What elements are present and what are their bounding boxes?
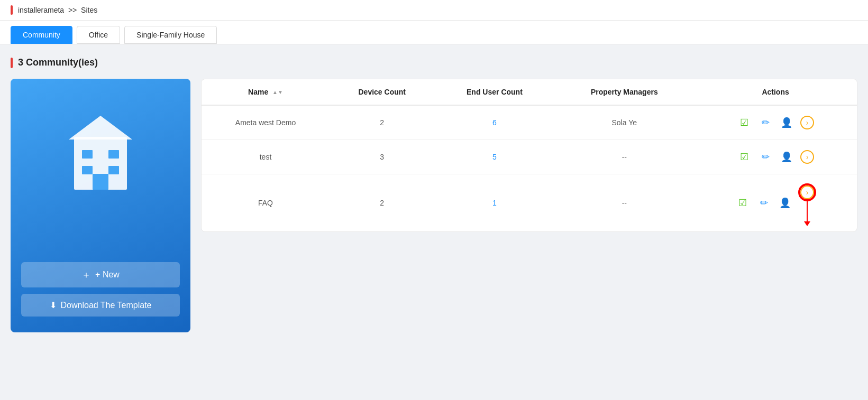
section-accent: [11, 58, 13, 68]
tab-office[interactable]: Office: [77, 26, 120, 44]
row2-end-user-count: 5: [434, 140, 554, 174]
table-row: FAQ 2 1 -- ☑ ✏ 👤: [202, 174, 857, 232]
svg-rect-2: [82, 150, 93, 159]
breadcrumb-current: Sites: [81, 6, 97, 14]
edit-icon-row3[interactable]: ✏: [756, 196, 771, 210]
row3-device-count: 2: [330, 174, 434, 232]
highlighted-arrow-wrapper: ›: [799, 184, 816, 222]
row2-actions: ☑ ✏ 👤 ›: [694, 140, 857, 174]
download-button-label: Download The Template: [61, 301, 152, 310]
user-icon-row2[interactable]: 👤: [779, 150, 794, 164]
edit-icon-row2[interactable]: ✏: [758, 150, 773, 164]
row1-device-count: 2: [330, 105, 434, 140]
new-button[interactable]: ＋ + New: [21, 262, 180, 287]
action-icons-row1: ☑ ✏ 👤 ›: [700, 115, 851, 130]
sort-icon[interactable]: ▲▼: [272, 90, 283, 95]
col-name: Name ▲▼: [202, 79, 330, 105]
svg-rect-3: [108, 150, 119, 159]
col-actions: Actions: [694, 79, 857, 105]
communities-table: Name ▲▼ Device Count End User Count Prop…: [202, 79, 857, 231]
svg-marker-1: [69, 116, 132, 139]
row3-actions: ☑ ✏ 👤 ›: [694, 174, 857, 232]
check-icon-row1[interactable]: ☑: [737, 115, 752, 130]
row1-name: Ameta west Demo: [202, 105, 330, 140]
svg-rect-5: [108, 166, 119, 174]
svg-rect-4: [82, 166, 93, 174]
content-row: ＋ + New ⬇ Download The Template Name ▲▼: [11, 79, 857, 332]
row2-property-managers: --: [554, 140, 694, 174]
right-panel: Name ▲▼ Device Count End User Count Prop…: [201, 79, 857, 232]
row3-end-user-count: 1: [434, 174, 554, 232]
download-template-button[interactable]: ⬇ Download The Template: [21, 294, 180, 317]
tab-single-family-house[interactable]: Single-Family House: [124, 26, 217, 44]
main-content: 3 Community(ies): [0, 44, 868, 345]
action-icons-row2: ☑ ✏ 👤 ›: [700, 150, 851, 164]
red-box-annotation: ›: [799, 184, 816, 201]
download-icon: ⬇: [50, 300, 57, 310]
arrow-circle-icon-row3-highlighted[interactable]: ›: [800, 185, 814, 199]
check-icon-row2[interactable]: ☑: [737, 150, 752, 164]
col-property-managers: Property Managers: [554, 79, 694, 105]
row1-end-user-count: 6: [434, 105, 554, 140]
table-row: Ameta west Demo 2 6 Sola Ye ☑ ✏ 👤 ›: [202, 105, 857, 140]
table-row: test 3 5 -- ☑ ✏ 👤 ›: [202, 140, 857, 174]
row2-name: test: [202, 140, 330, 174]
row1-property-managers: Sola Ye: [554, 105, 694, 140]
tabs-bar: Community Office Single-Family House: [0, 21, 868, 44]
check-icon-row3[interactable]: ☑: [735, 196, 750, 210]
edit-icon-row1[interactable]: ✏: [758, 115, 773, 130]
user-icon-row1[interactable]: 👤: [779, 115, 794, 130]
user-icon-row3[interactable]: 👤: [778, 196, 792, 210]
building-icon: [53, 110, 148, 197]
section-title: 3 Community(ies): [18, 57, 98, 68]
arrow-circle-icon-row2[interactable]: ›: [800, 150, 814, 164]
row1-actions: ☑ ✏ 👤 ›: [694, 105, 857, 140]
red-annotation-arrow: [807, 201, 808, 222]
breadcrumb-bar: installerameta >> Sites: [0, 0, 868, 21]
section-title-row: 3 Community(ies): [11, 57, 857, 68]
breadcrumb-separator: >>: [68, 6, 77, 14]
action-icons-row3: ☑ ✏ 👤 ›: [700, 184, 851, 222]
col-end-user-count: End User Count: [434, 79, 554, 105]
arrow-circle-icon-row1[interactable]: ›: [800, 116, 814, 129]
row3-name: FAQ: [202, 174, 330, 232]
new-button-label: + New: [95, 270, 120, 280]
breadcrumb-installer: installerameta: [18, 6, 64, 14]
row2-device-count: 3: [330, 140, 434, 174]
breadcrumb-text: installerameta >> Sites: [18, 6, 97, 14]
left-panel: ＋ + New ⬇ Download The Template: [11, 79, 190, 332]
breadcrumb-accent: [11, 5, 13, 15]
col-device-count: Device Count: [330, 79, 434, 105]
tab-community[interactable]: Community: [11, 26, 72, 44]
row3-property-managers: --: [554, 174, 694, 232]
table-header-row: Name ▲▼ Device Count End User Count Prop…: [202, 79, 857, 105]
plus-icon: ＋: [81, 268, 91, 281]
svg-rect-6: [93, 174, 108, 190]
